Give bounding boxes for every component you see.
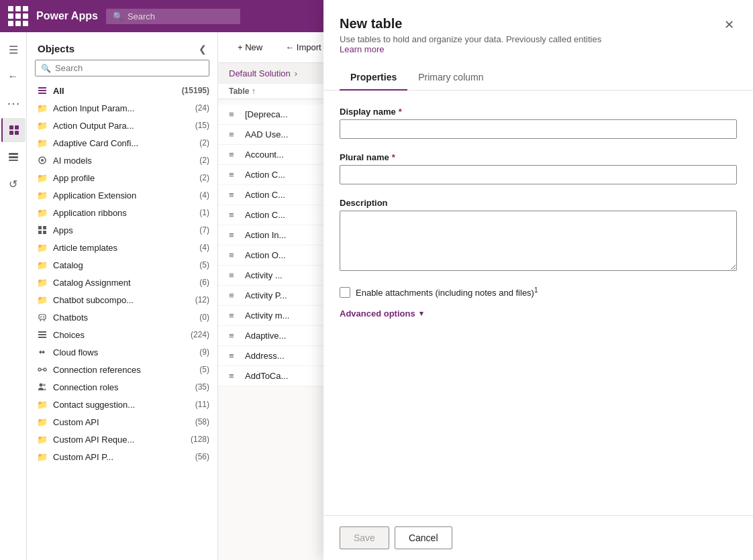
svg-rect-5 [9,156,18,158]
svg-rect-3 [15,131,19,135]
advanced-options-toggle[interactable]: Advanced options ▾ [340,309,737,319]
svg-rect-15 [43,231,46,234]
sidebar-count: (12) [195,295,209,304]
import-button[interactable]: ← Import [277,38,330,57]
sidebar-item-custom-api[interactable]: 📁 Custom API (58) [27,413,217,431]
sidebar-item-cloud-flows[interactable]: Cloud flows (9) [27,343,217,361]
tab-properties[interactable]: Properties [340,65,407,91]
sidebar-item-contact-suggestion[interactable]: 📁 Contact suggestion... (11) [27,396,217,413]
sidebar-label: Choices [53,330,185,340]
hamburger-icon[interactable]: ☰ [1,38,26,62]
chatbot-icon [37,312,48,323]
sidebar-label: Application ribbons [53,208,194,218]
panel-body: Display name * Plural name * Description… [323,91,753,515]
sidebar-count: (15) [195,121,209,130]
sidebar-count: (7) [199,225,209,235]
folder-icon: 📁 [37,190,48,201]
sidebar-item-action-input-param[interactable]: 📁 Action Input Param... (24) [27,99,217,117]
sidebar-item-apps[interactable]: Apps (7) [27,221,217,239]
sidebar-item-adaptive-card[interactable]: 📁 Adaptive Card Confi... (2) [27,134,217,152]
display-name-input[interactable] [340,119,737,139]
topbar-search-input[interactable] [128,11,228,21]
sidebar-item-chatbots[interactable]: Chatbots (0) [27,309,217,326]
table-view-icon[interactable] [1,118,26,142]
row-name: Activity ... [245,270,283,280]
breadcrumb-solution[interactable]: Default Solution [229,68,291,78]
sidebar-item-choices[interactable]: Choices (224) [27,326,217,343]
learn-more-link[interactable]: Learn more [340,44,384,54]
sidebar-item-custom-api-p[interactable]: 📁 Custom API P... (56) [27,448,217,465]
svg-rect-4 [9,153,18,155]
sidebar-collapse-icon[interactable]: ❮ [199,44,207,54]
description-field-group: Description [340,198,737,273]
row-name: Adaptive... [245,331,286,341]
svg-rect-16 [39,315,46,319]
enable-attachments-checkbox[interactable] [340,287,350,298]
back-icon[interactable]: ← [1,64,26,89]
sidebar-item-all[interactable]: All (15195) [27,82,217,99]
new-button[interactable]: + New [229,38,271,57]
sidebar-count: (58) [195,417,209,427]
sidebar-label: Chatbots [53,313,194,323]
sidebar-item-chatbot-subcompo[interactable]: 📁 Chatbot subcompo... (12) [27,291,217,309]
sidebar-item-custom-api-reque[interactable]: 📁 Custom API Reque... (128) [27,431,217,448]
svg-rect-8 [38,90,46,91]
sidebar-item-article-templates[interactable]: 📁 Article templates (4) [27,239,217,256]
sidebar-label: Chatbot subcompo... [53,295,190,305]
sidebar-item-action-output-param[interactable]: 📁 Action Output Para... (15) [27,117,217,134]
sidebar-item-all-label: All [53,86,177,96]
svg-rect-0 [9,125,13,129]
sidebar-label: Cloud flows [53,347,194,357]
sidebar-item-application-extension[interactable]: 📁 Application Extension (4) [27,186,217,204]
brand-title: Power Apps [36,10,98,22]
sidebar-label: App profile [53,173,194,183]
folder-icon: 📁 [37,120,48,131]
cancel-button[interactable]: Cancel [395,526,452,549]
row-icon: ≡ [229,270,240,280]
sidebar-label: Adaptive Card Confi... [53,138,194,148]
folder-icon: 📁 [37,399,48,410]
enable-attachments-label[interactable]: Enable attachments (including notes and … [356,286,538,298]
description-label: Description [340,198,737,208]
row-name: Action C... [245,190,285,200]
panel-close-button[interactable]: ✕ [721,16,737,34]
save-button[interactable]: Save [340,526,389,549]
sidebar-label: Action Output Para... [53,121,190,131]
sidebar-count: (24) [195,103,209,113]
sidebar-item-connection-references[interactable]: Connection references (5) [27,361,217,378]
sidebar-item-all-count: (15195) [182,86,209,95]
svg-rect-9 [38,93,46,94]
description-textarea[interactable] [340,211,737,271]
data-icon[interactable] [1,145,26,169]
sidebar-item-ai-models[interactable]: AI models (2) [27,152,217,169]
row-icon: ≡ [229,150,240,160]
folder-icon: 📁 [37,137,48,148]
sidebar-label: Article templates [53,243,194,253]
sidebar-search-box[interactable]: 🔍 [35,60,209,76]
panel-description: Use tables to hold and organize your dat… [340,34,601,54]
row-name: Activity m... [245,311,289,321]
plural-name-input[interactable] [340,165,737,184]
enable-attachments-row: Enable attachments (including notes and … [340,286,737,298]
plural-name-required: * [392,152,395,162]
row-name: AAD Use... [245,129,288,139]
sidebar-item-catalog-assignment[interactable]: 📁 Catalog Assignment (6) [27,274,217,291]
topbar-search-box[interactable]: 🔍 [106,9,240,24]
panel-footer: Save Cancel [323,515,753,560]
folder-icon: 📁 [37,260,48,270]
apps-grid-icon[interactable] [8,6,28,26]
folder-icon: 📁 [37,103,48,113]
sidebar-item-connection-roles[interactable]: Connection roles (35) [27,378,217,396]
sidebar-item-app-profile[interactable]: 📁 App profile (2) [27,169,217,186]
sidebar-count: (1) [199,208,209,217]
more-icon[interactable]: ⋯ [1,91,26,115]
sidebar-item-application-ribbons[interactable]: 📁 Application ribbons (1) [27,204,217,221]
search-icon: 🔍 [113,11,123,21]
row-icon: ≡ [229,331,240,341]
tab-primary-column[interactable]: Primary column [407,65,494,91]
panel-header-content: New table Use tables to hold and organiz… [340,16,601,54]
history-icon[interactable]: ↺ [1,172,26,196]
sidebar-search-input[interactable] [55,63,203,73]
sidebar-count: (4) [199,190,209,200]
sidebar-item-catalog[interactable]: 📁 Catalog (5) [27,256,217,274]
